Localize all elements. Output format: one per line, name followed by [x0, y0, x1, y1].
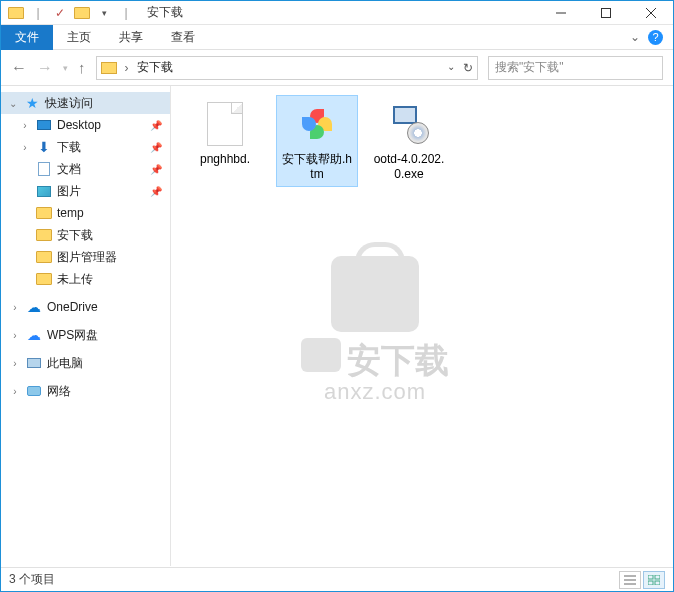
status-bar: 3 个项目 [1, 567, 673, 591]
sidebar-item-anxz[interactable]: 安下载 [1, 224, 170, 246]
sidebar-item-desktop[interactable]: › Desktop 📌 [1, 114, 170, 136]
svg-line-2 [646, 8, 656, 18]
htm-icon [293, 100, 341, 148]
file-item[interactable]: pnghhbd. [185, 96, 265, 186]
sidebar-item-picmgr[interactable]: 图片管理器 [1, 246, 170, 268]
refresh-icon[interactable]: ↻ [463, 61, 473, 75]
up-button[interactable]: ↑ [78, 59, 86, 76]
cloud-icon: ☁ [27, 327, 41, 343]
folder-icon [36, 229, 52, 241]
sidebar-item-thispc[interactable]: › 此电脑 [1, 352, 170, 374]
qat-dropdown-icon[interactable]: ▾ [95, 4, 113, 22]
chevron-down-icon[interactable]: ⌄ [630, 30, 640, 44]
window-controls [538, 1, 673, 24]
monitor-icon [27, 358, 41, 368]
content-pane[interactable]: pnghhbd. 安下载帮助.htm ootd-4.0.202.0.e [171, 86, 673, 566]
forward-button[interactable]: → [37, 59, 53, 77]
folder-icon[interactable] [73, 4, 91, 22]
sidebar-item-documents[interactable]: 文档 📌 [1, 158, 170, 180]
chevron-right-icon[interactable]: › [9, 302, 21, 313]
sidebar-item-downloads[interactable]: › ⬇ 下载 📌 [1, 136, 170, 158]
chevron-right-icon[interactable]: › [9, 386, 21, 397]
svg-rect-8 [655, 575, 660, 579]
svg-line-3 [646, 8, 656, 18]
qat-separator: | [117, 4, 135, 22]
file-item[interactable]: ootd-4.0.202.0.exe [369, 96, 449, 186]
file-list: pnghhbd. 安下载帮助.htm ootd-4.0.202.0.e [171, 86, 673, 196]
folder-icon[interactable] [7, 4, 25, 22]
ribbon-tabs: 文件 主页 共享 查看 ⌄ ? [1, 25, 673, 50]
titlebar: | ✓ ▾ | 安下载 [1, 1, 673, 25]
watermark: 安下载 anxz.com [301, 256, 449, 405]
chevron-right-icon[interactable]: › [19, 120, 31, 131]
sidebar-item-unupload[interactable]: 未上传 [1, 268, 170, 290]
pin-icon: 📌 [150, 164, 162, 175]
item-count: 3 个项目 [9, 571, 55, 588]
tab-home[interactable]: 主页 [53, 25, 105, 50]
chevron-down-icon[interactable]: ⌄ [7, 98, 19, 109]
star-icon: ★ [26, 95, 39, 111]
address-dropdown-icon[interactable]: ⌄ [447, 61, 455, 75]
sidebar-item-onedrive[interactable]: › ☁ OneDrive [1, 296, 170, 318]
tab-share[interactable]: 共享 [105, 25, 157, 50]
quick-access-toolbar: | ✓ ▾ | [1, 4, 141, 22]
sidebar-item-wps[interactable]: › ☁ WPS网盘 [1, 324, 170, 346]
details-view-button[interactable] [619, 571, 641, 589]
onedrive-icon: ☁ [27, 299, 41, 315]
minimize-button[interactable] [538, 1, 583, 24]
breadcrumb-separator-icon[interactable]: › [121, 61, 133, 75]
file-item[interactable]: 安下载帮助.htm [277, 96, 357, 186]
quick-access[interactable]: ⌄ ★ 快速访问 [1, 92, 170, 114]
file-icon [201, 100, 249, 148]
sidebar-item-pictures[interactable]: 图片 📌 [1, 180, 170, 202]
window-title: 安下载 [147, 4, 183, 21]
pin-icon: 📌 [150, 120, 162, 131]
chevron-right-icon[interactable]: › [19, 142, 31, 153]
search-input[interactable]: 搜索"安下载" [488, 56, 663, 80]
tab-view[interactable]: 查看 [157, 25, 209, 50]
nav-tree: ⌄ ★ 快速访问 › Desktop 📌 › ⬇ 下载 📌 文档 📌 图片 📌 [1, 86, 171, 566]
svg-rect-9 [648, 581, 653, 585]
pictures-icon [37, 186, 51, 197]
folder-icon [36, 273, 52, 285]
svg-rect-1 [601, 8, 610, 17]
help-icon[interactable]: ? [648, 30, 663, 45]
checkmark-icon[interactable]: ✓ [51, 4, 69, 22]
svg-rect-10 [655, 581, 660, 585]
pin-icon: 📌 [150, 142, 162, 153]
nav-bar: ← → ▾ ↑ › 安下载 ⌄ ↻ 搜索"安下载" [1, 50, 673, 86]
address-bar[interactable]: › 安下载 ⌄ ↻ [96, 56, 479, 80]
search-placeholder: 搜索"安下载" [495, 59, 564, 76]
folder-icon [101, 62, 117, 74]
sidebar-item-network[interactable]: › 网络 [1, 380, 170, 402]
pin-icon: 📌 [150, 186, 162, 197]
maximize-button[interactable] [583, 1, 628, 24]
file-tab[interactable]: 文件 [1, 25, 53, 50]
close-button[interactable] [628, 1, 673, 24]
download-icon: ⬇ [38, 139, 50, 155]
svg-rect-7 [648, 575, 653, 579]
exe-icon [385, 100, 433, 148]
qat-separator: | [29, 4, 47, 22]
sidebar-item-temp[interactable]: temp [1, 202, 170, 224]
folder-icon [36, 251, 52, 263]
desktop-icon [37, 120, 51, 130]
document-icon [38, 162, 50, 176]
icons-view-button[interactable] [643, 571, 665, 589]
recent-dropdown-icon[interactable]: ▾ [63, 63, 68, 73]
breadcrumb[interactable]: 安下载 [137, 59, 173, 76]
folder-icon [36, 207, 52, 219]
back-button[interactable]: ← [11, 59, 27, 77]
main-area: ⌄ ★ 快速访问 › Desktop 📌 › ⬇ 下载 📌 文档 📌 图片 📌 [1, 86, 673, 566]
chevron-right-icon[interactable]: › [9, 358, 21, 369]
network-icon [27, 386, 41, 396]
chevron-right-icon[interactable]: › [9, 330, 21, 341]
